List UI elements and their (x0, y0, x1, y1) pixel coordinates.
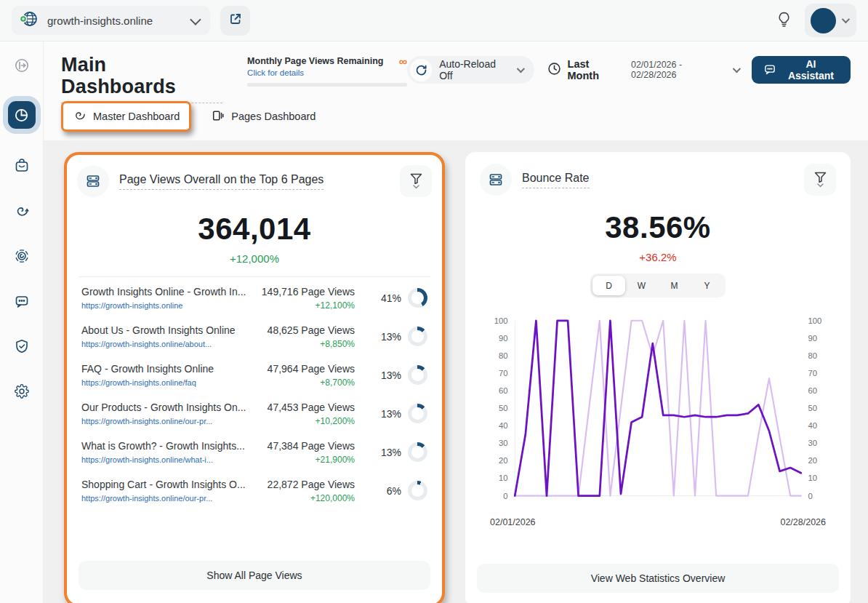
chat-bubble-icon (14, 293, 30, 309)
svg-text:20: 20 (499, 456, 508, 465)
ai-assistant-label: AI Assistant (783, 58, 839, 81)
sidebar-item-modules[interactable] (8, 152, 36, 180)
quota-progress-bar (247, 83, 407, 87)
svg-text:90: 90 (808, 334, 818, 343)
svg-text:50: 50 (808, 404, 818, 412)
gauge-target-icon (14, 248, 30, 264)
date-range-picker[interactable]: Last Month 02/01/2026 - 02/28/2026 (547, 58, 739, 81)
svg-text:70: 70 (808, 369, 818, 378)
sidebar-item-privacy[interactable] (8, 332, 36, 360)
page-views-row[interactable]: FAQ - Growth Insights Online https://gro… (77, 356, 432, 394)
svg-text:40: 40 (808, 421, 818, 430)
granularity-toggle: DWMY (590, 273, 726, 297)
account-menu[interactable] (805, 4, 856, 37)
site-switcher[interactable]: growth-insights.online (12, 6, 210, 35)
total-page-views: 364,014 (77, 212, 432, 247)
page-views-change: +8,700% (257, 378, 355, 388)
sidebar-collapse-button[interactable] (8, 52, 36, 79)
svg-text:80: 80 (499, 351, 508, 360)
show-all-page-views-button[interactable]: Show All Page Views (79, 561, 430, 590)
page-views-percent: 13% (381, 331, 401, 343)
page-url-link[interactable]: https://growth-insights.online/our-pr... (81, 494, 257, 503)
tab-label: Pages Dashboard (231, 111, 316, 122)
page-views-quota: Monthly Page Views Remaining Click for d… (247, 55, 407, 87)
donut-gauge (408, 288, 427, 308)
page-url-link[interactable]: https://growth-insights.online/faq (81, 378, 257, 387)
spiral-icon (73, 108, 87, 124)
granularity-option-m[interactable]: M (658, 276, 691, 295)
widget-type-icon (77, 165, 109, 197)
avatar (811, 8, 836, 33)
sidebar-item-dashboards[interactable] (8, 101, 36, 129)
svg-text:0: 0 (503, 492, 507, 500)
chevron-down-icon (817, 183, 824, 188)
page-title: Our Products - Growth Insights On... (81, 402, 257, 413)
widget-page-views-top-pages: Page Views Overall on the Top 6 Pages 36… (64, 152, 445, 603)
tab-pages-dashboard[interactable]: Pages Dashboard (203, 103, 324, 130)
sidebar-item-visitor-behavior[interactable] (8, 242, 36, 270)
open-site-button[interactable] (220, 6, 250, 36)
page-views-percent: 13% (381, 408, 401, 420)
dashboard-tabs: Master Dashboard Pages Dashboard (44, 95, 868, 140)
sidebar-item-communication[interactable] (8, 287, 36, 315)
granularity-option-y[interactable]: Y (691, 276, 723, 295)
view-web-statistics-button[interactable]: View Web Statistics Overview (477, 564, 839, 593)
page-url-link[interactable]: https://growth-insights.online/what-i... (81, 455, 257, 464)
page-views-row[interactable]: Growth Insights Online - Growth In... ht… (77, 279, 432, 317)
chevron-down-icon (413, 185, 419, 189)
sidebar-item-settings[interactable] (8, 378, 36, 405)
svg-text:0: 0 (808, 492, 813, 500)
filter-funnel-icon (410, 173, 422, 184)
clock-icon (547, 62, 561, 79)
page-views-row[interactable]: What is Growth? - Growth Insights... htt… (77, 433, 432, 471)
ai-assistant-button[interactable]: AI Assistant (752, 56, 851, 84)
page-views-change: +8,850% (257, 339, 355, 349)
page-views-change: +120,000% (257, 493, 355, 503)
total-page-views-change: +12,000% (77, 252, 432, 265)
tab-master-dashboard[interactable]: Master Dashboard (61, 101, 191, 132)
granularity-option-w[interactable]: W (625, 276, 658, 295)
granularity-option-d[interactable]: D (592, 276, 625, 295)
auto-reload-dropdown[interactable]: Auto-Reload Off (407, 56, 534, 84)
main-area: Main Dashboards Monthly Page Views Remai… (44, 41, 868, 603)
external-link-icon (229, 12, 242, 28)
dashboard-canvas: Page Views Overall on the Top 6 Pages 36… (44, 140, 868, 603)
page-views-percent: 6% (387, 485, 401, 497)
period-dates: 02/01/2026 - 02/28/2026 (631, 60, 726, 80)
page-header: Main Dashboards Monthly Page Views Remai… (44, 41, 868, 95)
chart-series-previous-period (515, 321, 801, 496)
page-views-percent: 13% (381, 447, 401, 458)
pages-icon (212, 109, 225, 124)
donut-gauge (408, 481, 427, 500)
filter-funnel-icon (814, 172, 827, 183)
page-views-row[interactable]: Shopping Cart - Growth Insights O... htt… (77, 471, 432, 510)
page-views-row[interactable]: About Us - Growth Insights Online https:… (77, 317, 432, 356)
chevron-down-icon (842, 15, 850, 23)
page-title: Growth Insights Online - Growth In... (81, 286, 257, 297)
widget-filter-button[interactable] (804, 164, 836, 196)
page-url-link[interactable]: https://growth-insights.online/our-pr... (81, 417, 257, 426)
bounce-rate-value: 38.56% (480, 210, 836, 245)
ideas-button[interactable] (776, 11, 792, 31)
line-chart[interactable]: 0010102020303040405050606070708080909010… (480, 314, 836, 516)
page-views-row[interactable]: Our Products - Growth Insights On... htt… (77, 394, 432, 433)
page-title: Shopping Cart - Growth Insights O... (81, 479, 257, 490)
widget-type-icon (480, 164, 512, 196)
quota-details-link[interactable]: Click for details (247, 68, 383, 77)
page-views-change: +10,200% (257, 416, 355, 426)
widget-filter-button[interactable] (400, 165, 432, 197)
page-url-link[interactable]: https://growth-insights.online (81, 301, 257, 310)
widget-title[interactable]: Page Views Overall on the Top 6 Pages (119, 173, 324, 190)
shield-check-icon (14, 338, 30, 354)
svg-text:40: 40 (499, 421, 508, 430)
gear-icon (14, 383, 30, 399)
page-title: About Us - Growth Insights Online (81, 324, 257, 336)
page-url-link[interactable]: https://growth-insights.online/about... (81, 340, 257, 348)
infinity-icon: ∞ (399, 56, 407, 68)
widget-title[interactable]: Bounce Rate (522, 172, 590, 188)
site-name: growth-insights.online (47, 15, 153, 27)
svg-text:10: 10 (499, 474, 508, 482)
arrow-right-circle-icon (14, 57, 30, 73)
sidebar-item-company-insights[interactable] (8, 197, 36, 225)
period-label: Last Month (568, 58, 622, 81)
